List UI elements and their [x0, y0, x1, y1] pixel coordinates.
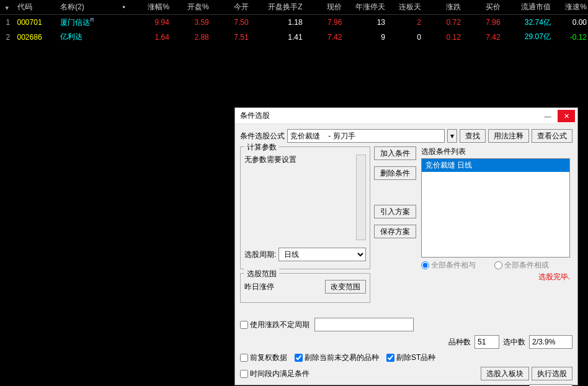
params-scrollbar[interactable] [356, 155, 366, 240]
selected-label: 选中数 [503, 337, 525, 348]
execute-button[interactable]: 执行选股 [532, 367, 572, 380]
col-header-dot[interactable]: • [117, 0, 131, 15]
use-undef-period-check[interactable]: 使用涨跌不定周期 [240, 320, 310, 330]
remove-st-check[interactable]: 剔除ST品种 [386, 352, 435, 363]
table-row[interactable]: 2002686亿利达1.642.887.511.417.42900.127.42… [0, 30, 588, 44]
col-header-marketcap[interactable]: 流通市值 [502, 0, 552, 15]
dialog-title-bar[interactable]: 条件选股 — ✕ [235, 108, 577, 124]
status-text: 选股完毕. [421, 272, 570, 282]
period-label: 选股周期: [244, 249, 276, 260]
range-fieldset: 选股范围 昨日涨停 改变范围 [240, 273, 370, 303]
variety-count-input[interactable] [474, 335, 499, 349]
period-select[interactable]: 日线 [278, 248, 366, 261]
col-header-code[interactable]: 代码 [16, 0, 60, 15]
table-header-row[interactable]: ▼ 代码 名称(2) • 涨幅% 开盘% 今开 开盘换手Z 现价 年涨停天 连板… [0, 0, 588, 15]
formula-label: 条件选股公式 [240, 131, 285, 141]
calc-params-fieldset: 计算参数 无参数需要设置 选股周期: 日线 [240, 146, 370, 269]
radio-and[interactable]: 全部条件相与 [421, 260, 476, 271]
formula-dropdown-button[interactable]: ▾ [447, 129, 457, 143]
usage-button[interactable]: 用法注释 [488, 129, 529, 143]
minimize-button[interactable]: — [539, 110, 556, 122]
col-header-name[interactable]: 名称(2) [59, 0, 117, 15]
change-range-button[interactable]: 改变范围 [325, 280, 366, 294]
range-text: 昨日涨停 [244, 282, 274, 292]
col-header-changepct[interactable]: 涨幅% [131, 0, 171, 15]
formula-combo[interactable] [287, 129, 445, 143]
col-header-lianban[interactable]: 连板天 [386, 0, 422, 15]
condition-list-item[interactable]: 竞价裁缝 日线 [422, 159, 569, 172]
dialog-title: 条件选股 [240, 110, 538, 121]
selected-input[interactable] [529, 335, 572, 349]
no-params-text: 无参数需要设置 [244, 155, 296, 164]
front-adjust-check[interactable]: 前复权数据 [240, 352, 287, 363]
find-button[interactable]: 查找 [460, 129, 486, 143]
col-header-openturnover[interactable]: 开盘换手Z [250, 0, 304, 15]
condition-listbox[interactable]: 竞价裁缝 日线 [421, 158, 570, 258]
range-legend: 选股范围 [244, 269, 279, 279]
save-plan-button[interactable]: 保存方案 [374, 225, 416, 238]
stock-table: ▼ 代码 名称(2) • 涨幅% 开盘% 今开 开盘换手Z 现价 年涨停天 连板… [0, 0, 588, 44]
import-plan-button[interactable]: 引入方案 [374, 205, 416, 218]
col-header-zhangdie[interactable]: 涨跌 [422, 0, 462, 15]
col-header-price[interactable]: 现价 [304, 0, 344, 15]
col-header-openpct[interactable]: 开盘% [171, 0, 210, 15]
sort-indicator: ▼ [4, 5, 10, 11]
time-satisfy-check[interactable]: 时间段内满足条件 [240, 369, 310, 379]
col-header-zhangsu[interactable]: 涨速% [552, 0, 588, 15]
col-header-yearztdays[interactable]: 年涨停天 [343, 0, 386, 15]
radio-or[interactable]: 全部条件相或 [494, 260, 549, 271]
variety-count-label: 品种数 [448, 337, 471, 348]
condition-stock-dialog: 条件选股 — ✕ 条件选股公式 ▾ 查找 用法注释 查看公式 计算参数 无参数需… [234, 107, 578, 385]
into-block-button[interactable]: 选股入板块 [481, 367, 529, 380]
col-header-buy[interactable]: 买价 [462, 0, 502, 15]
add-condition-button[interactable]: 加入条件 [374, 146, 416, 160]
close-x-button[interactable]: ✕ [558, 110, 575, 122]
delete-condition-button[interactable]: 删除条件 [374, 166, 416, 180]
remove-nontrade-check[interactable]: 剔除当前未交易的品种 [295, 352, 379, 363]
condition-list-label: 选股条件列表 [421, 146, 570, 157]
col-header-jinkai[interactable]: 今开 [210, 0, 250, 15]
undef-period-input[interactable] [314, 318, 414, 331]
view-formula-button[interactable]: 查看公式 [532, 129, 572, 143]
table-row[interactable]: 1000701厦门信达R9.943.597.501.187.961320.727… [0, 15, 588, 30]
